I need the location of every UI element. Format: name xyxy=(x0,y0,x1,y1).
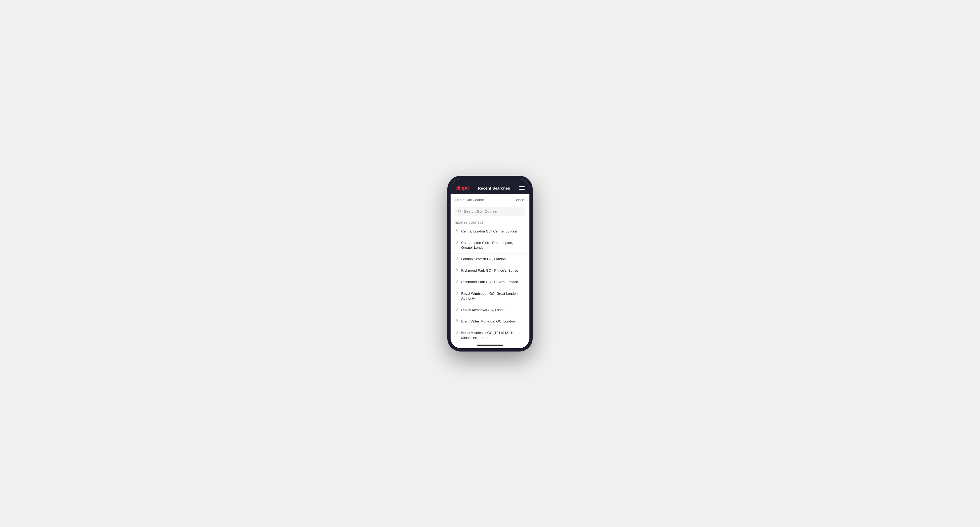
search-input[interactable] xyxy=(464,209,522,214)
svg-point-7 xyxy=(457,292,457,293)
pin-icon xyxy=(455,257,458,261)
course-name: Richmond Park GC - Duke's, London xyxy=(461,279,518,284)
svg-point-4 xyxy=(457,258,457,258)
phone-frame: clippd Recent Searches Find a Golf Cours… xyxy=(447,176,533,351)
home-indicator xyxy=(450,343,530,348)
search-icon xyxy=(458,210,462,213)
svg-point-2 xyxy=(457,230,457,231)
pin-icon xyxy=(455,280,458,284)
pin-icon xyxy=(455,319,458,323)
pin-icon xyxy=(455,241,458,244)
list-item[interactable]: North Middlesex GC (1011942 - North Midd… xyxy=(450,327,530,343)
menu-line-3 xyxy=(519,189,525,190)
nav-title: Recent Searches xyxy=(478,186,510,190)
course-name: Richmond Park GC - Prince's, Surrey xyxy=(461,268,519,273)
course-name: North Middlesex GC (1011942 - North Midd… xyxy=(461,330,525,340)
find-header: Find a Golf Course Cancel xyxy=(450,194,530,205)
svg-point-8 xyxy=(457,309,457,309)
course-name: London Scottish GC, London xyxy=(461,257,506,262)
cancel-button[interactable]: Cancel xyxy=(514,198,525,202)
menu-line-2 xyxy=(519,188,525,188)
course-name: Roehampton Club - Roehampton, Greater Lo… xyxy=(461,240,525,250)
svg-point-3 xyxy=(457,241,457,242)
svg-point-5 xyxy=(457,269,457,270)
svg-point-10 xyxy=(457,332,457,332)
svg-point-6 xyxy=(457,281,457,281)
app-logo: clippd xyxy=(455,185,469,191)
list-item[interactable]: Richmond Park GC - Prince's, Surrey xyxy=(450,265,530,276)
list-item[interactable]: Brent Valley Municipal GC, London xyxy=(450,316,530,327)
pin-icon xyxy=(455,292,458,295)
pin-icon xyxy=(455,229,458,233)
course-name: Royal Wimbledon GC, Great London Authori… xyxy=(461,291,525,301)
list-item[interactable]: Roehampton Club - Roehampton, Greater Lo… xyxy=(450,237,530,254)
search-box xyxy=(455,207,525,216)
svg-point-9 xyxy=(457,320,457,321)
course-name: Central London Golf Centre, London xyxy=(461,229,517,234)
nearby-courses-label: Nearby courses xyxy=(450,218,530,226)
nav-bar: clippd Recent Searches xyxy=(450,183,530,194)
find-label: Find a Golf Course xyxy=(455,198,484,202)
list-item[interactable]: Central London Golf Centre, London xyxy=(450,226,530,237)
list-item[interactable]: Dukes Meadows GC, London xyxy=(450,305,530,316)
list-item[interactable]: Royal Wimbledon GC, Great London Authori… xyxy=(450,288,530,305)
svg-line-1 xyxy=(460,212,461,213)
search-container xyxy=(450,205,530,218)
course-name: Brent Valley Municipal GC, London xyxy=(461,319,515,324)
course-list: Central London Golf Centre, London Roeha… xyxy=(450,226,530,343)
pin-icon xyxy=(455,268,458,272)
list-item[interactable]: London Scottish GC, London xyxy=(450,254,530,265)
status-bar xyxy=(450,179,530,183)
home-bar xyxy=(477,344,503,346)
phone-screen: clippd Recent Searches Find a Golf Cours… xyxy=(450,179,530,348)
course-name: Dukes Meadows GC, London xyxy=(461,308,506,313)
menu-icon[interactable] xyxy=(519,186,525,190)
main-content: Find a Golf Course Cancel Nearby courses xyxy=(450,194,530,343)
pin-icon xyxy=(455,331,458,335)
svg-point-0 xyxy=(458,210,461,212)
pin-icon xyxy=(455,308,458,311)
menu-line-1 xyxy=(519,186,525,187)
list-item[interactable]: Richmond Park GC - Duke's, London xyxy=(450,276,530,288)
